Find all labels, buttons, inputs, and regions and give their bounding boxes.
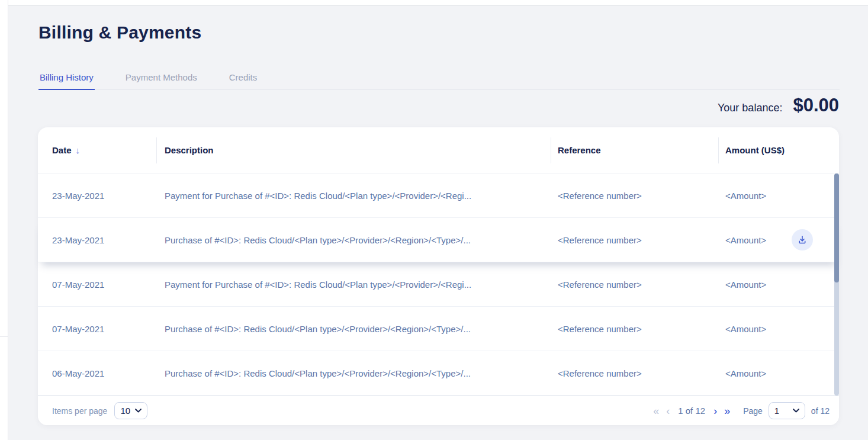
table-body: 23-May-2021 Payment for Purchase of #<ID… xyxy=(38,174,839,396)
tab-bar: Billing History Payment Methods Credits xyxy=(38,71,840,90)
items-per-page-select[interactable]: 10 xyxy=(114,402,147,419)
sort-desc-icon: ↓ xyxy=(76,145,81,155)
column-header-reference: Reference xyxy=(551,137,718,163)
chevron-down-icon xyxy=(793,409,799,413)
billing-payments-page: Billing & Payments Billing History Payme… xyxy=(0,0,868,440)
cell-reference: <Reference number> xyxy=(551,368,718,378)
table-row: 07-May-2021 Purchase of #<ID>: Redis Clo… xyxy=(38,307,839,351)
table-row: 07-May-2021 Payment for Purchase of #<ID… xyxy=(38,262,839,307)
cell-description: Payment for Purchase of #<ID>: Redis Clo… xyxy=(156,191,551,201)
cell-date: 23-May-2021 xyxy=(38,191,156,201)
page-label: Page xyxy=(743,406,763,416)
cell-description: Purchase of #<ID>: Redis Cloud/<Plan typ… xyxy=(156,235,551,245)
cell-reference: <Reference number> xyxy=(551,280,718,290)
tab-credits[interactable]: Credits xyxy=(228,71,259,90)
cell-amount: <Amount> xyxy=(718,280,839,290)
cell-amount: <Amount> xyxy=(718,368,839,378)
sidebar-edge xyxy=(0,0,8,440)
top-chrome-edge xyxy=(0,0,868,6)
table-row: 06-May-2021 Purchase of #<ID>: Redis Clo… xyxy=(38,351,839,396)
cell-amount: <Amount> xyxy=(718,191,839,201)
first-page-button[interactable]: « xyxy=(653,406,659,416)
pagination-controls: « ‹ 1 of 12 › » xyxy=(653,406,730,416)
sidebar-edge-divider xyxy=(0,336,8,337)
cell-date: 07-May-2021 xyxy=(38,280,156,290)
cell-date: 07-May-2021 xyxy=(38,324,156,334)
billing-history-table: Date↓ Description Reference Amount (US$)… xyxy=(38,127,839,425)
cell-date: 23-May-2021 xyxy=(38,235,156,245)
cell-reference: <Reference number> xyxy=(551,235,718,245)
table-row: 23-May-2021 Purchase of #<ID>: Redis Clo… xyxy=(38,218,839,262)
page-select[interactable]: 1 xyxy=(769,402,805,419)
page-total-label: of 12 xyxy=(811,406,830,416)
column-header-amount: Amount (US$) xyxy=(718,137,839,163)
balance-label: Your balance: xyxy=(718,102,782,114)
tab-payment-methods[interactable]: Payment Methods xyxy=(124,71,198,90)
page-select-value: 1 xyxy=(774,406,779,416)
cell-description: Payment for Purchase of #<ID>: Redis Clo… xyxy=(156,280,551,290)
items-per-page-value: 10 xyxy=(120,406,130,416)
scrollbar-thumb[interactable] xyxy=(834,174,839,282)
cell-amount: <Amount> xyxy=(718,324,839,334)
page-selector: Page 1 of 12 xyxy=(743,402,830,419)
table-row: 23-May-2021 Payment for Purchase of #<ID… xyxy=(38,174,839,218)
table-scrollbar[interactable] xyxy=(834,174,839,396)
page-title: Billing & Payments xyxy=(38,23,201,43)
cell-reference: <Reference number> xyxy=(551,191,718,201)
column-header-description: Description xyxy=(156,137,551,163)
previous-page-button[interactable]: ‹ xyxy=(666,406,670,416)
download-invoice-button[interactable] xyxy=(792,229,813,250)
chevron-down-icon xyxy=(135,409,142,413)
cell-amount: <Amount> xyxy=(718,235,839,245)
cell-date: 06-May-2021 xyxy=(38,368,156,378)
table-header-row: Date↓ Description Reference Amount (US$) xyxy=(38,127,839,174)
balance-display: Your balance: $0.00 xyxy=(718,95,839,116)
column-header-date[interactable]: Date↓ xyxy=(38,137,156,163)
table-footer: Items per page 10 « ‹ 1 of 12 › » Page 1 xyxy=(38,396,839,425)
cell-description: Purchase of #<ID>: Redis Cloud/<Plan typ… xyxy=(156,368,551,378)
pager-position-text: 1 of 12 xyxy=(678,406,705,416)
cell-description: Purchase of #<ID>: Redis Cloud/<Plan typ… xyxy=(156,324,551,334)
items-per-page-label: Items per page xyxy=(52,406,107,416)
download-icon xyxy=(797,235,808,245)
next-page-button[interactable]: › xyxy=(713,406,717,416)
last-page-button[interactable]: » xyxy=(724,406,730,416)
balance-value: $0.00 xyxy=(793,95,839,116)
tab-billing-history[interactable]: Billing History xyxy=(38,71,95,90)
cell-reference: <Reference number> xyxy=(551,324,718,334)
